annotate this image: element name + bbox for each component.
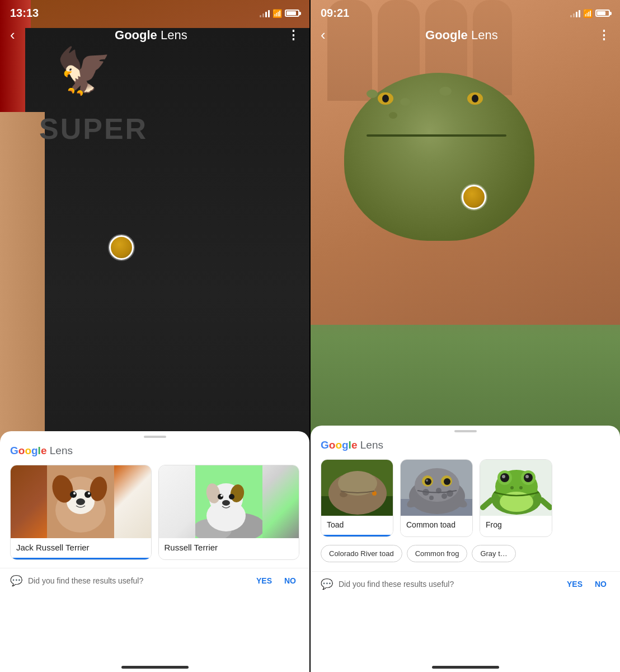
left-sheet-google-e: e <box>41 445 47 457</box>
right-more-button[interactable]: ⋮ <box>598 28 610 43</box>
svg-point-64 <box>519 486 523 489</box>
svg-point-9 <box>88 492 90 494</box>
right-sheet-lens-word: Lens <box>357 439 383 451</box>
svg-point-20 <box>220 494 223 497</box>
left-more-button[interactable]: ⋮ <box>287 28 299 43</box>
left-result-jack-russell-label: Jack Russell Terrier <box>11 538 151 559</box>
left-app-bar: ‹ Google Lens ⋮ <box>0 23 309 49</box>
svg-point-8 <box>73 492 76 494</box>
svg-point-49 <box>444 478 450 485</box>
right-result-toad[interactable]: Toad <box>321 459 393 537</box>
left-sheet-lens-word: Lens <box>46 445 72 457</box>
left-time: 13:13 <box>10 7 39 20</box>
svg-point-45 <box>441 493 447 499</box>
right-sheet-google-g: G <box>321 439 329 451</box>
left-feedback-yes[interactable]: YES <box>253 574 275 587</box>
left-result-russell-terrier[interactable]: Russell Terrier <box>158 465 300 560</box>
right-sheet-google-o2: o <box>335 439 342 451</box>
svg-point-62 <box>525 475 529 478</box>
left-sheet-google-g: G <box>10 445 18 457</box>
right-bottom-sheet: Google Lens <box>311 426 620 672</box>
svg-point-44 <box>429 496 434 500</box>
left-result-jack-russell-img <box>11 465 151 538</box>
svg-point-40 <box>415 468 459 502</box>
right-result-toad-img <box>321 460 393 516</box>
right-result-frog-label: Frog <box>480 516 552 535</box>
left-bottom-sheet: Google Lens <box>0 431 309 672</box>
left-status-icons: 📶 <box>260 9 299 18</box>
right-chip-colorado-river-toad[interactable]: Colorado River toad <box>321 545 402 562</box>
svg-point-7 <box>84 491 91 498</box>
frog-svg <box>480 460 552 516</box>
left-feedback-text: Did you find these results useful? <box>28 576 247 585</box>
left-home-bar <box>121 666 189 669</box>
right-feedback-bar: 💬 Did you find these results useful? YES… <box>311 571 620 596</box>
left-sheet-google-g2: g <box>31 445 38 457</box>
svg-point-19 <box>229 494 234 500</box>
left-feedback-icon: 💬 <box>10 575 22 587</box>
right-home-bar <box>432 666 499 669</box>
left-feedback-no[interactable]: NO <box>281 574 299 587</box>
svg-point-63 <box>510 486 514 489</box>
right-app-title: Google Lens <box>425 28 498 43</box>
svg-point-61 <box>502 475 505 478</box>
right-result-common-toad[interactable]: Common toad <box>400 459 473 537</box>
left-results-grid: Jack Russell Terrier <box>0 465 309 568</box>
left-focus-dot <box>109 235 134 260</box>
left-phone-panel: SUPER 🦅 13:13 📶 ‹ Google Lens <box>0 0 309 672</box>
left-title-google: Google <box>115 28 157 43</box>
left-result-jack-russell[interactable]: Jack Russell Terrier <box>10 465 152 560</box>
right-chip-common-frog[interactable]: Common frog <box>407 545 468 562</box>
right-results-scroll: Toad <box>311 459 620 545</box>
svg-point-21 <box>222 500 230 506</box>
common-toad-svg <box>401 460 472 516</box>
left-sheet-title: Google Lens <box>0 445 309 465</box>
right-result-frog[interactable]: Frog <box>480 459 552 537</box>
right-app-bar: ‹ Google Lens ⋮ <box>311 23 620 49</box>
right-sheet-google-g2: g <box>342 439 349 451</box>
left-signal-icon <box>260 10 270 17</box>
left-status-bar: 13:13 📶 <box>0 0 309 23</box>
right-result-toad-label: Toad <box>321 516 393 536</box>
left-back-button[interactable]: ‹ <box>10 26 15 44</box>
right-status-bar: 09:21 📶 <box>311 0 620 23</box>
right-phone-panel: 09:21 📶 ‹ Google Lens ⋮ Google Lens <box>311 0 620 672</box>
right-chips-row: Colorado River toad Common frog Gray t… <box>311 545 620 571</box>
right-status-icons: 📶 <box>570 9 610 18</box>
jack-russell-svg <box>47 465 114 538</box>
right-title-lens: Lens <box>468 28 498 43</box>
left-sheet-google-o2: o <box>25 445 31 457</box>
right-feedback-yes[interactable]: YES <box>563 577 586 591</box>
left-result-russell-terrier-img <box>159 465 299 538</box>
right-title-google: Google <box>425 28 468 43</box>
svg-point-6 <box>70 491 77 498</box>
svg-point-48 <box>425 478 431 485</box>
right-feedback-icon: 💬 <box>321 578 333 590</box>
right-focus-dot <box>462 185 486 209</box>
left-sheet-google-o1: o <box>18 445 25 457</box>
right-feedback-no[interactable]: NO <box>591 577 610 591</box>
right-sheet-handle <box>454 430 477 432</box>
left-battery-icon <box>285 10 299 17</box>
left-title-lens: Lens <box>157 28 187 43</box>
right-signal-icon <box>570 10 580 17</box>
left-result-russell-terrier-label: Russell Terrier <box>159 538 299 558</box>
right-back-button[interactable]: ‹ <box>321 26 326 44</box>
right-result-common-toad-label: Common toad <box>401 516 472 535</box>
right-sheet-google-e: e <box>351 439 358 451</box>
left-app-title: Google Lens <box>115 28 187 43</box>
svg-point-10 <box>76 498 85 505</box>
right-result-frog-img <box>480 460 552 516</box>
right-time: 09:21 <box>321 7 349 20</box>
right-sheet-title: Google Lens <box>311 439 620 459</box>
left-wifi-icon: 📶 <box>273 9 282 18</box>
left-feedback-bar: 💬 Did you find these results useful? YES… <box>0 568 309 593</box>
right-battery-icon <box>595 10 610 17</box>
svg-point-18 <box>218 494 223 500</box>
right-feedback-text: Did you find these results useful? <box>339 580 558 589</box>
right-result-common-toad-img <box>401 460 472 516</box>
right-chip-gray-t[interactable]: Gray t… <box>472 545 515 562</box>
toad-svg <box>321 460 393 516</box>
right-sheet-google-o1: o <box>329 439 336 451</box>
left-sheet-handle <box>144 436 166 438</box>
